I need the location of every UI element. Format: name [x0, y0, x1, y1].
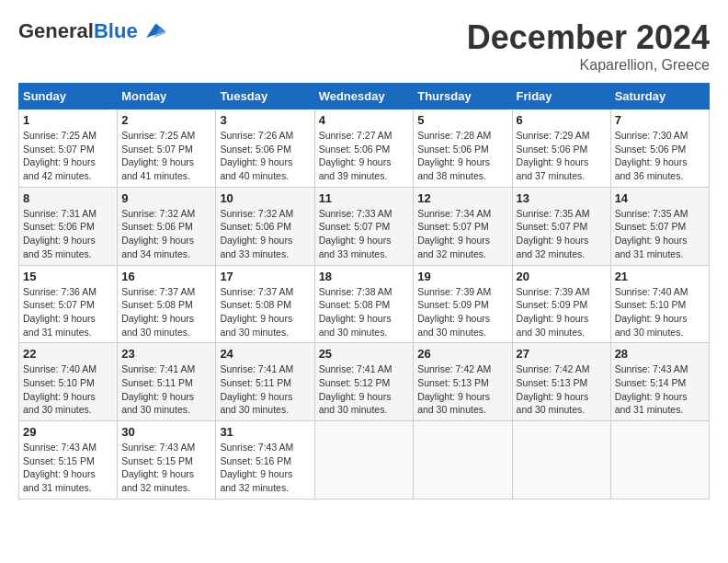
day-info: Sunrise: 7:43 AMSunset: 5:14 PMDaylight:…	[615, 362, 705, 417]
weekday-header: Monday	[118, 84, 216, 109]
day-number: 29	[23, 425, 113, 439]
calendar-cell: 11Sunrise: 7:33 AMSunset: 5:07 PMDayligh…	[314, 187, 414, 265]
calendar-header-row: SundayMondayTuesdayWednesdayThursdayFrid…	[19, 84, 710, 109]
day-number: 23	[121, 347, 211, 361]
day-number: 11	[319, 191, 410, 205]
day-number: 18	[319, 270, 410, 283]
weekday-header: Sunday	[19, 84, 118, 109]
day-number: 8	[23, 191, 113, 205]
calendar-cell: 17Sunrise: 7:37 AMSunset: 5:08 PMDayligh…	[216, 265, 314, 343]
logo-icon	[140, 18, 165, 44]
day-number: 13	[517, 191, 607, 205]
calendar-cell: 21Sunrise: 7:40 AMSunset: 5:10 PMDayligh…	[610, 265, 709, 343]
day-info: Sunrise: 7:33 AMSunset: 5:07 PMDaylight:…	[319, 207, 410, 261]
day-info: Sunrise: 7:25 AMSunset: 5:07 PMDaylight:…	[121, 129, 211, 183]
day-number: 30	[121, 425, 211, 439]
calendar-cell: 22Sunrise: 7:40 AMSunset: 5:10 PMDayligh…	[19, 343, 118, 421]
calendar-cell: 31Sunrise: 7:43 AMSunset: 5:16 PMDayligh…	[216, 421, 314, 500]
calendar-cell: 12Sunrise: 7:34 AMSunset: 5:07 PMDayligh…	[414, 187, 512, 265]
calendar-cell: 15Sunrise: 7:36 AMSunset: 5:07 PMDayligh…	[19, 265, 118, 343]
day-info: Sunrise: 7:27 AMSunset: 5:06 PMDaylight:…	[319, 129, 410, 183]
calendar-cell	[314, 421, 414, 500]
calendar-cell: 14Sunrise: 7:35 AMSunset: 5:07 PMDayligh…	[610, 187, 709, 265]
calendar-cell: 9Sunrise: 7:32 AMSunset: 5:06 PMDaylight…	[118, 187, 216, 265]
calendar-week-row: 15Sunrise: 7:36 AMSunset: 5:07 PMDayligh…	[19, 265, 710, 343]
day-info: Sunrise: 7:43 AMSunset: 5:16 PMDaylight:…	[220, 441, 310, 495]
calendar-cell: 25Sunrise: 7:41 AMSunset: 5:12 PMDayligh…	[314, 343, 414, 421]
page-header: GeneralBlue December 2024 Kaparellion, G…	[18, 18, 710, 74]
calendar-cell: 13Sunrise: 7:35 AMSunset: 5:07 PMDayligh…	[512, 187, 610, 265]
day-info: Sunrise: 7:35 AMSunset: 5:07 PMDaylight:…	[517, 207, 607, 261]
logo-blue-text: Blue	[94, 19, 138, 42]
logo-general-text: General	[18, 19, 94, 42]
day-info: Sunrise: 7:32 AMSunset: 5:06 PMDaylight:…	[121, 207, 211, 261]
day-number: 9	[121, 191, 211, 205]
day-number: 22	[23, 347, 113, 361]
day-info: Sunrise: 7:35 AMSunset: 5:07 PMDaylight:…	[615, 207, 705, 261]
day-number: 21	[615, 270, 705, 283]
calendar-cell: 5Sunrise: 7:28 AMSunset: 5:06 PMDaylight…	[414, 109, 512, 188]
day-number: 1	[23, 113, 113, 127]
day-info: Sunrise: 7:41 AMSunset: 5:11 PMDaylight:…	[220, 362, 310, 417]
day-info: Sunrise: 7:28 AMSunset: 5:06 PMDaylight:…	[417, 129, 507, 183]
day-number: 15	[23, 270, 113, 283]
day-number: 31	[220, 425, 310, 439]
calendar-cell: 10Sunrise: 7:32 AMSunset: 5:06 PMDayligh…	[216, 187, 314, 265]
day-number: 27	[517, 347, 607, 361]
day-info: Sunrise: 7:25 AMSunset: 5:07 PMDaylight:…	[23, 129, 113, 183]
day-info: Sunrise: 7:38 AMSunset: 5:08 PMDaylight:…	[319, 285, 410, 339]
calendar-cell	[414, 421, 512, 500]
calendar-cell: 20Sunrise: 7:39 AMSunset: 5:09 PMDayligh…	[512, 265, 610, 343]
day-number: 5	[417, 113, 507, 127]
day-info: Sunrise: 7:40 AMSunset: 5:10 PMDaylight:…	[615, 285, 705, 339]
weekday-header: Tuesday	[216, 84, 314, 109]
day-info: Sunrise: 7:42 AMSunset: 5:13 PMDaylight:…	[417, 362, 507, 417]
calendar-week-row: 8Sunrise: 7:31 AMSunset: 5:06 PMDaylight…	[19, 187, 710, 265]
day-info: Sunrise: 7:37 AMSunset: 5:08 PMDaylight:…	[220, 285, 310, 339]
calendar-cell: 4Sunrise: 7:27 AMSunset: 5:06 PMDaylight…	[314, 109, 414, 188]
day-number: 24	[220, 347, 310, 361]
calendar-cell: 16Sunrise: 7:37 AMSunset: 5:08 PMDayligh…	[118, 265, 216, 343]
day-number: 16	[121, 270, 211, 283]
day-info: Sunrise: 7:41 AMSunset: 5:12 PMDaylight:…	[319, 362, 410, 417]
calendar-week-row: 29Sunrise: 7:43 AMSunset: 5:15 PMDayligh…	[19, 421, 710, 500]
day-info: Sunrise: 7:30 AMSunset: 5:06 PMDaylight:…	[615, 129, 705, 183]
calendar-cell: 28Sunrise: 7:43 AMSunset: 5:14 PMDayligh…	[610, 343, 709, 421]
calendar-cell: 23Sunrise: 7:41 AMSunset: 5:11 PMDayligh…	[118, 343, 216, 421]
day-number: 17	[220, 270, 310, 283]
day-number: 19	[417, 270, 507, 283]
day-number: 20	[517, 270, 607, 283]
calendar-cell	[610, 421, 709, 500]
day-info: Sunrise: 7:39 AMSunset: 5:09 PMDaylight:…	[517, 285, 607, 339]
day-number: 12	[417, 191, 507, 205]
calendar-cell: 2Sunrise: 7:25 AMSunset: 5:07 PMDaylight…	[118, 109, 216, 188]
weekday-header: Friday	[512, 84, 610, 109]
calendar-cell: 6Sunrise: 7:29 AMSunset: 5:06 PMDaylight…	[512, 109, 610, 188]
day-info: Sunrise: 7:41 AMSunset: 5:11 PMDaylight:…	[121, 362, 211, 417]
day-number: 6	[517, 113, 607, 127]
month-title: December 2024	[467, 18, 710, 57]
calendar-cell: 8Sunrise: 7:31 AMSunset: 5:06 PMDaylight…	[19, 187, 118, 265]
calendar-week-row: 22Sunrise: 7:40 AMSunset: 5:10 PMDayligh…	[19, 343, 710, 421]
day-number: 7	[615, 113, 705, 127]
day-info: Sunrise: 7:43 AMSunset: 5:15 PMDaylight:…	[23, 441, 113, 495]
calendar-cell: 26Sunrise: 7:42 AMSunset: 5:13 PMDayligh…	[414, 343, 512, 421]
day-info: Sunrise: 7:43 AMSunset: 5:15 PMDaylight:…	[121, 441, 211, 495]
title-block: December 2024 Kaparellion, Greece	[467, 18, 710, 74]
day-info: Sunrise: 7:42 AMSunset: 5:13 PMDaylight:…	[517, 362, 607, 417]
calendar-week-row: 1Sunrise: 7:25 AMSunset: 5:07 PMDaylight…	[19, 109, 710, 188]
day-info: Sunrise: 7:29 AMSunset: 5:06 PMDaylight:…	[517, 129, 607, 183]
day-number: 14	[615, 191, 705, 205]
calendar-cell: 24Sunrise: 7:41 AMSunset: 5:11 PMDayligh…	[216, 343, 314, 421]
day-info: Sunrise: 7:37 AMSunset: 5:08 PMDaylight:…	[121, 285, 211, 339]
calendar-cell: 1Sunrise: 7:25 AMSunset: 5:07 PMDaylight…	[19, 109, 118, 188]
day-number: 26	[417, 347, 507, 361]
day-info: Sunrise: 7:26 AMSunset: 5:06 PMDaylight:…	[220, 129, 310, 183]
day-info: Sunrise: 7:34 AMSunset: 5:07 PMDaylight:…	[417, 207, 507, 261]
day-info: Sunrise: 7:39 AMSunset: 5:09 PMDaylight:…	[417, 285, 507, 339]
calendar-cell: 30Sunrise: 7:43 AMSunset: 5:15 PMDayligh…	[118, 421, 216, 500]
weekday-header: Wednesday	[314, 84, 414, 109]
weekday-header: Saturday	[610, 84, 709, 109]
day-info: Sunrise: 7:36 AMSunset: 5:07 PMDaylight:…	[23, 285, 113, 339]
calendar-cell: 27Sunrise: 7:42 AMSunset: 5:13 PMDayligh…	[512, 343, 610, 421]
